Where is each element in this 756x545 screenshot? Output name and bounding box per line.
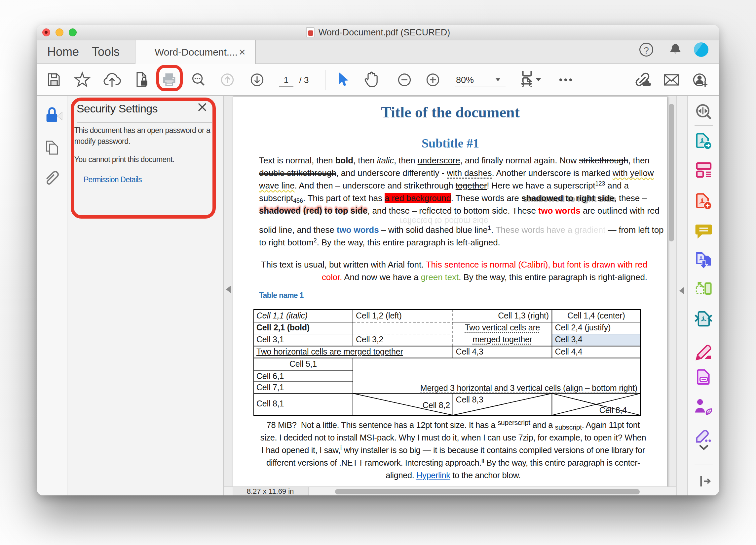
svg-text:/ 3: / 3 (299, 75, 309, 85)
svg-text:80%: 80% (456, 75, 474, 85)
svg-text:1: 1 (284, 75, 288, 85)
